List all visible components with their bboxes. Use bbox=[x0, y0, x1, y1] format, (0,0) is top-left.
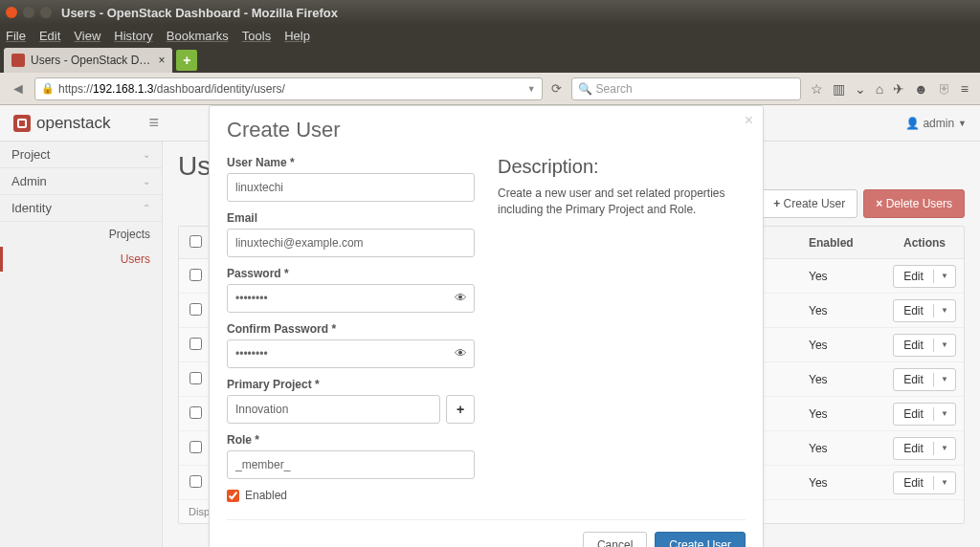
username-label: User Name * bbox=[227, 156, 475, 169]
tab-close-icon[interactable]: × bbox=[158, 54, 165, 67]
openstack-logo[interactable]: openstack bbox=[13, 114, 111, 133]
column-actions: Actions bbox=[885, 236, 964, 250]
primary-project-label: Primary Project * bbox=[227, 378, 475, 391]
window-titlebar: Users - OpenStack Dashboard - Mozilla Fi… bbox=[0, 0, 980, 25]
row-edit-button[interactable]: Edit▼ bbox=[893, 403, 956, 426]
sidebar-sub-projects[interactable]: Projects bbox=[0, 222, 162, 247]
chevron-down-icon: ⌄ bbox=[143, 176, 150, 186]
back-button[interactable]: ◄ bbox=[6, 77, 31, 101]
description-heading: Description: bbox=[498, 156, 746, 178]
row-checkbox[interactable] bbox=[189, 406, 202, 419]
cell-enabled: Yes bbox=[809, 339, 885, 352]
row-edit-button[interactable]: Edit▼ bbox=[893, 437, 956, 460]
chevron-up-icon: ⌃ bbox=[143, 203, 150, 213]
sidebar-sub-users[interactable]: Users bbox=[0, 247, 162, 272]
enabled-checkbox[interactable] bbox=[227, 490, 239, 502]
add-project-button[interactable]: + bbox=[446, 395, 475, 424]
pocket-icon[interactable]: ⌄ bbox=[855, 81, 866, 97]
shield-icon[interactable]: ⛨ bbox=[938, 81, 951, 97]
submit-create-user-button[interactable]: Create User bbox=[655, 532, 746, 547]
eye-icon[interactable]: 👁 bbox=[455, 346, 467, 361]
password-label: Password * bbox=[227, 267, 475, 280]
lock-icon: 🔒 bbox=[41, 82, 55, 95]
sidebar-item-project[interactable]: Project⌄ bbox=[0, 142, 162, 168]
firefox-tabstrip: Users - OpenStack D… × + bbox=[0, 46, 980, 73]
row-edit-button[interactable]: Edit▼ bbox=[893, 334, 956, 357]
caret-down-icon[interactable]: ▼ bbox=[934, 444, 955, 452]
primary-project-select[interactable]: Innovation bbox=[227, 395, 440, 424]
password-input[interactable] bbox=[227, 284, 475, 313]
confirm-password-input[interactable] bbox=[227, 339, 475, 368]
caret-down-icon[interactable]: ▼ bbox=[934, 272, 955, 280]
delete-users-button[interactable]: × Delete Users bbox=[863, 189, 965, 218]
url-dropdown-icon[interactable]: ▼ bbox=[527, 84, 536, 94]
window-maximize-button[interactable] bbox=[40, 7, 52, 18]
openstack-logo-text: openstack bbox=[36, 114, 111, 133]
user-menu[interactable]: 👤 admin ▼ bbox=[905, 117, 967, 130]
username-input[interactable] bbox=[227, 173, 475, 202]
email-input[interactable] bbox=[227, 229, 475, 257]
menu-view[interactable]: View bbox=[74, 29, 100, 43]
openstack-logo-icon bbox=[13, 115, 31, 132]
menu-file[interactable]: File bbox=[6, 29, 26, 43]
chevron-down-icon: ⌄ bbox=[143, 149, 150, 160]
url-scheme: https:// bbox=[58, 82, 93, 96]
hamburger-menu-icon[interactable]: ≡ bbox=[961, 81, 969, 97]
row-checkbox[interactable] bbox=[189, 441, 202, 453]
row-checkbox[interactable] bbox=[189, 372, 202, 384]
row-edit-button[interactable]: Edit▼ bbox=[893, 299, 956, 322]
row-checkbox[interactable] bbox=[189, 338, 202, 350]
row-edit-button[interactable]: Edit▼ bbox=[893, 368, 956, 391]
home-icon[interactable]: ⌂ bbox=[876, 81, 883, 97]
select-all-checkbox[interactable] bbox=[189, 235, 202, 248]
cell-enabled: Yes bbox=[809, 476, 885, 490]
face-icon[interactable]: ☻ bbox=[914, 81, 928, 97]
window-minimize-button[interactable] bbox=[23, 7, 34, 18]
menu-edit[interactable]: Edit bbox=[39, 29, 60, 43]
role-select[interactable]: _member_ bbox=[227, 450, 475, 479]
cell-enabled: Yes bbox=[809, 442, 885, 455]
row-checkbox[interactable] bbox=[189, 269, 202, 281]
menu-bookmarks[interactable]: Bookmarks bbox=[167, 29, 229, 43]
row-checkbox[interactable] bbox=[189, 303, 202, 316]
column-enabled[interactable]: Enabled bbox=[809, 236, 885, 250]
caret-down-icon[interactable]: ▼ bbox=[934, 340, 955, 349]
menu-tools[interactable]: Tools bbox=[242, 29, 271, 43]
eye-icon[interactable]: 👁 bbox=[455, 291, 467, 305]
library-icon[interactable]: ▥ bbox=[833, 81, 845, 97]
caret-down-icon[interactable]: ▼ bbox=[934, 478, 955, 487]
user-icon: 👤 bbox=[905, 117, 920, 130]
cell-enabled: Yes bbox=[809, 373, 885, 386]
url-path: /dashboard/identity/users/ bbox=[153, 82, 284, 96]
new-tab-button[interactable]: + bbox=[176, 50, 197, 71]
window-title: Users - OpenStack Dashboard - Mozilla Fi… bbox=[61, 6, 338, 20]
reload-button[interactable]: ⟳ bbox=[546, 78, 568, 99]
modal-title: Create User bbox=[227, 118, 746, 142]
menu-help[interactable]: Help bbox=[284, 29, 310, 43]
send-icon[interactable]: ✈ bbox=[893, 81, 904, 97]
search-bar[interactable]: 🔍 Search bbox=[571, 77, 801, 100]
row-checkbox[interactable] bbox=[189, 475, 202, 488]
row-edit-button[interactable]: Edit▼ bbox=[893, 265, 956, 288]
sidebar-item-admin[interactable]: Admin⌄ bbox=[0, 168, 162, 195]
header-hamburger-icon[interactable]: ≡ bbox=[149, 113, 160, 133]
row-edit-button[interactable]: Edit▼ bbox=[893, 471, 956, 494]
caret-down-icon: ▼ bbox=[958, 119, 967, 128]
menu-history[interactable]: History bbox=[114, 29, 152, 43]
caret-down-icon[interactable]: ▼ bbox=[934, 375, 955, 383]
browser-tab[interactable]: Users - OpenStack D… × bbox=[4, 48, 172, 73]
url-bar[interactable]: 🔒 https://192.168.1.3/dashboard/identity… bbox=[34, 77, 543, 100]
create-user-modal: × Create User User Name * Email Password… bbox=[209, 105, 764, 547]
modal-close-icon[interactable]: × bbox=[745, 112, 753, 129]
enabled-label: Enabled bbox=[245, 489, 287, 502]
sidebar-item-identity[interactable]: Identity⌃ bbox=[0, 195, 162, 222]
cancel-button[interactable]: Cancel bbox=[583, 532, 647, 547]
caret-down-icon[interactable]: ▼ bbox=[934, 409, 955, 418]
window-close-button[interactable] bbox=[6, 7, 17, 18]
description-text: Create a new user and set related proper… bbox=[498, 186, 746, 218]
role-label: Role * bbox=[227, 433, 475, 447]
create-user-button[interactable]: + Create User bbox=[761, 189, 858, 218]
caret-down-icon[interactable]: ▼ bbox=[934, 306, 955, 315]
search-placeholder: Search bbox=[596, 82, 633, 96]
bookmark-star-icon[interactable]: ☆ bbox=[811, 81, 823, 97]
